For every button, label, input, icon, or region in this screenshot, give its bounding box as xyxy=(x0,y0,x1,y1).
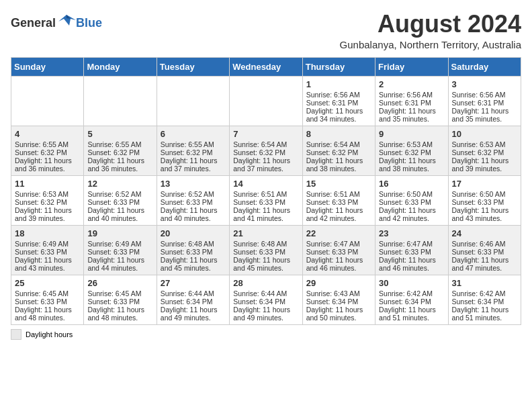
day-info: Sunset: 6:32 PM xyxy=(15,148,80,156)
day-number: 15 xyxy=(306,179,371,189)
day-number: 9 xyxy=(379,129,444,139)
day-info: Sunrise: 6:51 AM xyxy=(306,190,371,198)
day-info: Sunset: 6:34 PM xyxy=(379,298,444,306)
calendar-cell xyxy=(11,76,84,126)
day-number: 1 xyxy=(306,79,371,89)
logo-general-text: General xyxy=(11,16,56,30)
calendar-cell: 14Sunrise: 6:51 AMSunset: 6:33 PMDayligh… xyxy=(230,175,302,225)
page-header: General Blue August 2024 Gunbalanya, Nor… xyxy=(11,11,521,50)
calendar-cell: 6Sunrise: 6:55 AMSunset: 6:32 PMDaylight… xyxy=(157,126,229,175)
day-info: Sunset: 6:33 PM xyxy=(161,198,226,206)
calendar-cell: 12Sunrise: 6:52 AMSunset: 6:33 PMDayligh… xyxy=(84,175,157,225)
day-info: Sunrise: 6:42 AM xyxy=(379,289,444,298)
calendar-cell: 8Sunrise: 6:54 AMSunset: 6:32 PMDaylight… xyxy=(302,126,375,175)
day-info: Sunrise: 6:47 AM xyxy=(306,240,371,248)
day-info: Sunset: 6:33 PM xyxy=(161,248,226,256)
day-info: Sunrise: 6:52 AM xyxy=(87,190,152,198)
day-info: Daylight: 11 hours and 36 minutes. xyxy=(15,156,80,173)
calendar-cell: 29Sunrise: 6:43 AMSunset: 6:34 PMDayligh… xyxy=(302,275,375,324)
calendar-header-sunday: Sunday xyxy=(11,57,84,76)
day-info: Sunset: 6:32 PM xyxy=(306,148,371,156)
day-info: Sunrise: 6:53 AM xyxy=(15,190,80,198)
day-info: Sunrise: 6:50 AM xyxy=(452,190,517,198)
day-info: Sunrise: 6:46 AM xyxy=(452,240,517,248)
day-info: Sunset: 6:31 PM xyxy=(452,99,517,107)
calendar-cell: 18Sunrise: 6:49 AMSunset: 6:33 PMDayligh… xyxy=(11,225,84,275)
day-info: Sunset: 6:33 PM xyxy=(306,198,371,206)
calendar-header-wednesday: Wednesday xyxy=(230,57,302,76)
day-number: 21 xyxy=(233,228,298,238)
calendar-cell: 16Sunrise: 6:50 AMSunset: 6:33 PMDayligh… xyxy=(375,175,448,225)
calendar-cell: 28Sunrise: 6:44 AMSunset: 6:34 PMDayligh… xyxy=(230,275,302,324)
day-number: 7 xyxy=(233,129,298,139)
calendar-cell xyxy=(157,76,229,126)
day-info: Daylight: 11 hours and 40 minutes. xyxy=(161,206,226,222)
day-number: 11 xyxy=(15,179,80,189)
day-number: 28 xyxy=(233,278,298,288)
day-number: 22 xyxy=(306,228,371,238)
day-info: Sunset: 6:33 PM xyxy=(15,248,80,256)
day-info: Sunrise: 6:49 AM xyxy=(87,240,152,248)
calendar-cell: 10Sunrise: 6:53 AMSunset: 6:32 PMDayligh… xyxy=(448,126,521,175)
day-info: Sunrise: 6:47 AM xyxy=(379,240,444,248)
day-info: Sunset: 6:33 PM xyxy=(379,248,444,256)
day-number: 20 xyxy=(161,228,226,238)
month-year-title: August 2024 xyxy=(340,11,521,38)
day-info: Sunset: 6:34 PM xyxy=(233,298,298,306)
day-number: 18 xyxy=(15,228,80,238)
calendar-cell: 21Sunrise: 6:48 AMSunset: 6:33 PMDayligh… xyxy=(230,225,302,275)
day-info: Daylight: 11 hours and 48 minutes. xyxy=(87,306,152,322)
day-info: Sunset: 6:32 PM xyxy=(161,148,226,156)
day-info: Sunset: 6:34 PM xyxy=(306,298,371,306)
day-info: Sunset: 6:32 PM xyxy=(233,148,298,156)
day-info: Daylight: 11 hours and 47 minutes. xyxy=(452,256,517,272)
day-info: Daylight: 11 hours and 51 minutes. xyxy=(452,306,517,322)
day-number: 23 xyxy=(379,228,444,238)
calendar-cell: 26Sunrise: 6:45 AMSunset: 6:33 PMDayligh… xyxy=(84,275,157,324)
calendar-cell: 23Sunrise: 6:47 AMSunset: 6:33 PMDayligh… xyxy=(375,225,448,275)
day-info: Sunset: 6:33 PM xyxy=(452,248,517,256)
legend: Daylight hours xyxy=(11,329,521,340)
day-number: 3 xyxy=(452,79,517,89)
legend-label: Daylight hours xyxy=(26,330,73,338)
day-info: Sunrise: 6:56 AM xyxy=(306,91,371,99)
calendar-cell: 19Sunrise: 6:49 AMSunset: 6:33 PMDayligh… xyxy=(84,225,157,275)
calendar-cell: 5Sunrise: 6:55 AMSunset: 6:32 PMDaylight… xyxy=(84,126,157,175)
calendar-cell: 4Sunrise: 6:55 AMSunset: 6:32 PMDaylight… xyxy=(11,126,84,175)
calendar-cell: 17Sunrise: 6:50 AMSunset: 6:33 PMDayligh… xyxy=(448,175,521,225)
day-info: Daylight: 11 hours and 46 minutes. xyxy=(306,256,371,272)
logo-bird-icon xyxy=(57,13,76,27)
calendar-row-2: 11Sunrise: 6:53 AMSunset: 6:32 PMDayligh… xyxy=(11,175,521,225)
calendar-cell: 22Sunrise: 6:47 AMSunset: 6:33 PMDayligh… xyxy=(302,225,375,275)
day-number: 27 xyxy=(161,278,226,288)
day-info: Sunrise: 6:54 AM xyxy=(233,140,298,148)
day-info: Daylight: 11 hours and 34 minutes. xyxy=(306,107,371,123)
day-info: Daylight: 11 hours and 45 minutes. xyxy=(233,256,298,272)
day-info: Sunset: 6:33 PM xyxy=(87,198,152,206)
day-info: Sunrise: 6:49 AM xyxy=(15,240,80,248)
calendar-cell: 7Sunrise: 6:54 AMSunset: 6:32 PMDaylight… xyxy=(230,126,302,175)
calendar-header-thursday: Thursday xyxy=(302,57,375,76)
day-info: Sunset: 6:33 PM xyxy=(87,298,152,306)
day-info: Sunrise: 6:53 AM xyxy=(452,140,517,148)
day-info: Sunrise: 6:56 AM xyxy=(452,91,517,99)
calendar-cell: 3Sunrise: 6:56 AMSunset: 6:31 PMDaylight… xyxy=(448,76,521,126)
day-info: Sunset: 6:33 PM xyxy=(87,248,152,256)
day-info: Daylight: 11 hours and 42 minutes. xyxy=(306,206,371,222)
title-area: August 2024 Gunbalanya, Northern Territo… xyxy=(340,11,521,50)
calendar-cell: 13Sunrise: 6:52 AMSunset: 6:33 PMDayligh… xyxy=(157,175,229,225)
day-info: Sunrise: 6:51 AM xyxy=(233,190,298,198)
day-info: Sunset: 6:33 PM xyxy=(379,198,444,206)
day-info: Daylight: 11 hours and 43 minutes. xyxy=(15,256,80,272)
day-info: Sunset: 6:33 PM xyxy=(233,198,298,206)
day-info: Sunrise: 6:54 AM xyxy=(306,140,371,148)
day-info: Sunrise: 6:48 AM xyxy=(161,240,226,248)
day-info: Daylight: 11 hours and 48 minutes. xyxy=(15,306,80,322)
day-info: Sunset: 6:32 PM xyxy=(379,148,444,156)
day-info: Sunrise: 6:52 AM xyxy=(161,190,226,198)
calendar-table: SundayMondayTuesdayWednesdayThursdayFrid… xyxy=(11,57,521,325)
calendar-cell xyxy=(84,76,157,126)
day-number: 17 xyxy=(452,179,517,189)
calendar-cell: 30Sunrise: 6:42 AMSunset: 6:34 PMDayligh… xyxy=(375,275,448,324)
calendar-cell: 24Sunrise: 6:46 AMSunset: 6:33 PMDayligh… xyxy=(448,225,521,275)
